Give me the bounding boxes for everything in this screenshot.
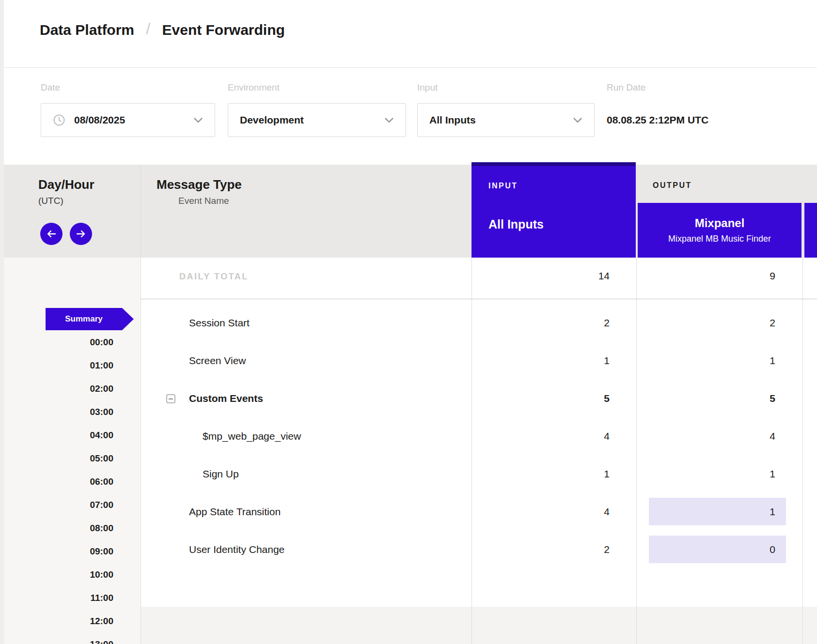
- input-select[interactable]: All Inputs: [417, 103, 595, 137]
- hour-row-label[interactable]: 07:00: [29, 493, 113, 517]
- hour-row-label[interactable]: 12:00: [29, 610, 113, 633]
- output-count: 1: [675, 455, 775, 493]
- hour-row-label[interactable]: 02:00: [29, 377, 113, 400]
- hour-row-label[interactable]: 11:00: [29, 586, 113, 610]
- clock-icon: [53, 114, 65, 126]
- hour-row-label[interactable]: 03:00: [29, 400, 113, 424]
- arrow-left-icon: [46, 230, 57, 238]
- hour-row-label[interactable]: 08:00: [29, 517, 113, 540]
- breadcrumb-section[interactable]: Data Platform: [40, 22, 134, 38]
- event-name: Sign Up: [203, 455, 239, 493]
- header-divider: [0, 67, 817, 68]
- input-count: 1: [509, 455, 610, 493]
- input-value: All Inputs: [429, 114, 476, 126]
- event-name: App State Transition: [189, 493, 281, 531]
- environment-value: Development: [240, 114, 304, 126]
- event-forwarding-page: Data Platform / Event Forwarding Date En…: [0, 0, 817, 644]
- next-output-column-partial: [804, 203, 817, 258]
- output-count: 5: [675, 380, 775, 417]
- hour-row-label[interactable]: 10:00: [29, 563, 113, 586]
- hour-row-label[interactable]: 13:00: [29, 633, 113, 644]
- all-inputs-column-title: All Inputs: [488, 217, 544, 231]
- date-label: Date: [41, 82, 60, 94]
- arrow-right-icon: [76, 230, 86, 238]
- date-value: 08/08/2025: [74, 114, 125, 126]
- input-label: Input: [417, 82, 438, 94]
- hour-row-label[interactable]: 01:00: [29, 354, 113, 377]
- event-name: Screen View: [189, 342, 246, 380]
- hour-row-label[interactable]: 06:00: [29, 470, 113, 493]
- output-count: 4: [675, 417, 775, 455]
- breadcrumb-separator: /: [146, 19, 150, 38]
- input-count: 1: [509, 342, 610, 380]
- day-hour-header: Day/Hour: [38, 177, 94, 192]
- mixpanel-column-header[interactable]: Mixpanel Mixpanel MB Music Finder: [638, 203, 801, 258]
- input-count: 5: [509, 380, 610, 417]
- output-count: 1: [675, 342, 775, 380]
- table-row-custom-events: Custom Events 5 5: [0, 380, 817, 417]
- page-left-edge: [0, 0, 4, 644]
- input-count: 2: [509, 304, 610, 342]
- daily-total-divider: [141, 299, 817, 299]
- mixpanel-column-title: Mixpanel: [695, 216, 745, 230]
- chevron-down-icon: [193, 117, 203, 123]
- event-name-subheader: Event Name: [178, 196, 229, 206]
- environment-label: Environment: [228, 82, 280, 94]
- mixpanel-connection-name: Mixpanel MB Music Finder: [668, 234, 771, 244]
- output-count: 1: [675, 493, 775, 531]
- day-hour-timezone: (UTC): [38, 196, 63, 206]
- input-count: 4: [509, 417, 610, 455]
- hour-row-label[interactable]: 00:00: [29, 331, 113, 354]
- table-row: $mp_web_page_view 4 4: [0, 417, 817, 455]
- collapse-minus-icon[interactable]: [166, 394, 175, 403]
- next-day-button[interactable]: [70, 223, 92, 245]
- input-count: 4: [509, 493, 610, 531]
- event-name: $mp_web_page_view: [203, 417, 301, 455]
- chevron-down-icon: [573, 117, 582, 123]
- breadcrumb: Data Platform / Event Forwarding: [40, 20, 285, 39]
- daily-total-output-count: 9: [675, 270, 775, 285]
- input-group-label: INPUT: [488, 182, 518, 190]
- hour-row-label[interactable]: 05:00: [29, 447, 113, 470]
- page-title: Event Forwarding: [162, 22, 285, 38]
- message-type-header: Message Type: [157, 177, 242, 192]
- input-count: 2: [509, 531, 610, 568]
- chevron-down-icon: [384, 117, 394, 123]
- daily-total-input-count: 14: [509, 270, 610, 285]
- date-select[interactable]: 08/08/2025: [41, 103, 215, 137]
- table-row: Sign Up 1 1: [0, 455, 817, 493]
- previous-day-button[interactable]: [40, 223, 63, 245]
- hour-row-label[interactable]: 09:00: [29, 540, 113, 563]
- table-row: Screen View 1 1: [0, 342, 817, 380]
- output-group-label: OUTPUT: [653, 181, 692, 190]
- table-row: User Identity Change 2 0: [0, 531, 817, 568]
- daily-total-label: DAILY TOTAL: [179, 272, 249, 282]
- run-date-label: Run Date: [607, 82, 645, 94]
- environment-select[interactable]: Development: [228, 103, 406, 137]
- run-date-value: 08.08.25 2:12PM UTC: [607, 103, 708, 137]
- event-name: User Identity Change: [189, 531, 284, 568]
- hour-row-label[interactable]: 04:00: [29, 424, 113, 447]
- table-footer-background: [141, 607, 817, 644]
- output-count: 2: [675, 304, 775, 342]
- output-count: 0: [675, 531, 775, 568]
- summary-row-badge[interactable]: Summary: [46, 308, 122, 330]
- all-inputs-column-header[interactable]: INPUT All Inputs: [471, 162, 636, 258]
- table-row: App State Transition 4 1: [0, 493, 817, 531]
- event-name: Session Start: [189, 304, 250, 342]
- event-name: Custom Events: [189, 380, 263, 417]
